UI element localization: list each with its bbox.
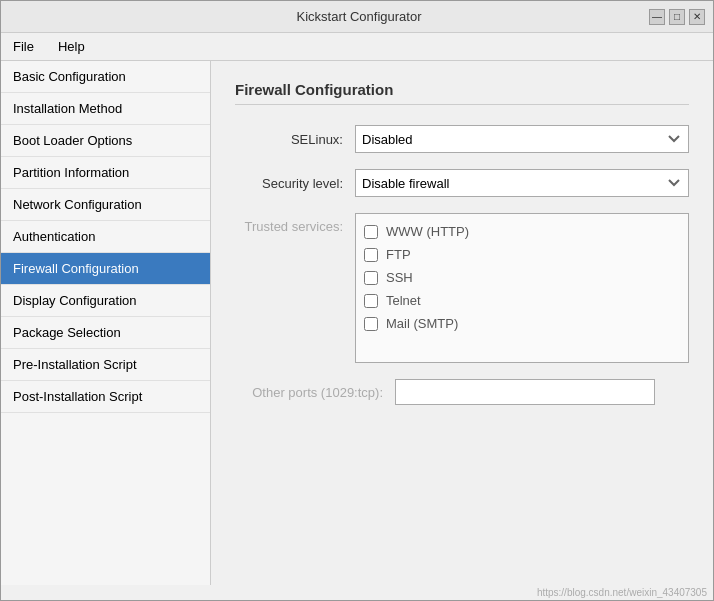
sidebar-item-post-installation-script[interactable]: Post-Installation Script [1,381,210,413]
other-ports-label: Other ports (1029:tcp): [235,385,395,400]
security-level-select-container: Disable firewall Enable firewall No fire… [355,169,689,197]
sidebar-item-network-configuration[interactable]: Network Configuration [1,189,210,221]
menu-bar: File Help [1,33,713,61]
checkbox-telnet: Telnet [364,289,680,312]
security-level-row: Security level: Disable firewall Enable … [235,169,689,197]
checkbox-ftp-input[interactable] [364,248,378,262]
checkbox-www-input[interactable] [364,225,378,239]
window-controls: — □ ✕ [649,9,705,25]
checkbox-ssh: SSH [364,266,680,289]
maximize-button[interactable]: □ [669,9,685,25]
main-panel: Firewall Configuration SELinux: Disabled… [211,61,713,585]
checkbox-ftp-label: FTP [386,247,411,262]
trusted-services-label: Trusted services: [235,213,355,234]
sidebar: Basic Configuration Installation Method … [1,61,211,585]
sidebar-item-package-selection[interactable]: Package Selection [1,317,210,349]
trusted-services-box: WWW (HTTP) FTP SSH Telnet [355,213,689,363]
checkbox-www-label: WWW (HTTP) [386,224,469,239]
sidebar-item-partition-information[interactable]: Partition Information [1,157,210,189]
checkbox-mail-label: Mail (SMTP) [386,316,458,331]
sidebar-item-boot-loader-options[interactable]: Boot Loader Options [1,125,210,157]
security-level-label: Security level: [235,176,355,191]
sidebar-item-firewall-configuration[interactable]: Firewall Configuration [1,253,210,285]
window-title: Kickstart Configurator [69,9,649,24]
other-ports-input[interactable] [395,379,655,405]
selinux-label: SELinux: [235,132,355,147]
selinux-row: SELinux: Disabled Enforcing Permissive [235,125,689,153]
sidebar-item-pre-installation-script[interactable]: Pre-Installation Script [1,349,210,381]
sidebar-item-authentication[interactable]: Authentication [1,221,210,253]
content-area: Basic Configuration Installation Method … [1,61,713,585]
sidebar-item-display-configuration[interactable]: Display Configuration [1,285,210,317]
checkbox-ssh-label: SSH [386,270,413,285]
selinux-select[interactable]: Disabled Enforcing Permissive [355,125,689,153]
checkbox-mail-input[interactable] [364,317,378,331]
checkbox-telnet-label: Telnet [386,293,421,308]
main-window: Kickstart Configurator — □ ✕ File Help B… [0,0,714,601]
security-level-select[interactable]: Disable firewall Enable firewall No fire… [355,169,689,197]
checkbox-mail: Mail (SMTP) [364,312,680,335]
trusted-services-row: Trusted services: WWW (HTTP) FTP SSH [235,213,689,363]
selinux-select-container: Disabled Enforcing Permissive [355,125,689,153]
menu-help[interactable]: Help [52,37,91,56]
checkbox-www: WWW (HTTP) [364,220,680,243]
sidebar-item-installation-method[interactable]: Installation Method [1,93,210,125]
other-ports-row: Other ports (1029:tcp): [235,379,689,405]
checkbox-ftp: FTP [364,243,680,266]
close-button[interactable]: ✕ [689,9,705,25]
checkbox-ssh-input[interactable] [364,271,378,285]
watermark: https://blog.csdn.net/weixin_43407305 [1,585,713,600]
checkbox-telnet-input[interactable] [364,294,378,308]
title-bar: Kickstart Configurator — □ ✕ [1,1,713,33]
menu-file[interactable]: File [7,37,40,56]
sidebar-item-basic-configuration[interactable]: Basic Configuration [1,61,210,93]
section-title: Firewall Configuration [235,81,689,105]
minimize-button[interactable]: — [649,9,665,25]
